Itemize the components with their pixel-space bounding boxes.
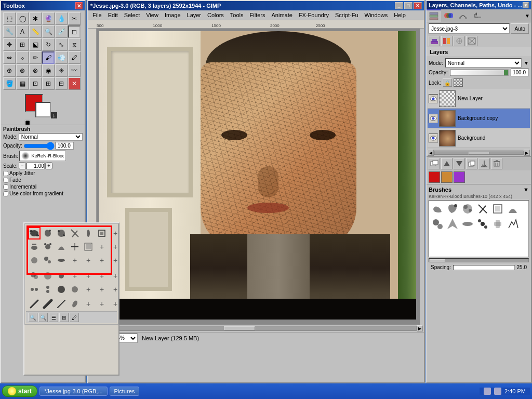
tool-bucket[interactable]: 🪣 xyxy=(3,77,16,90)
tool-measure[interactable]: 📏 xyxy=(29,25,42,38)
background-color[interactable] xyxy=(35,102,51,117)
opacity-slider-thumb[interactable] xyxy=(504,70,508,75)
brush-zoom-in[interactable]: 🔍 xyxy=(38,313,48,322)
brush-cell[interactable]: + xyxy=(82,254,95,267)
menu-select[interactable]: Select xyxy=(121,11,143,19)
tab-channels[interactable] xyxy=(441,9,456,22)
brushes-collapse-icon[interactable]: ▼ xyxy=(523,187,529,193)
layer-item-background-copy[interactable]: Background copy xyxy=(428,109,530,128)
close-button[interactable]: ✕ xyxy=(414,2,422,9)
tool-blur[interactable]: ◉ xyxy=(42,64,55,77)
brush-preview-cell[interactable] xyxy=(430,202,445,216)
scale-plus[interactable]: + xyxy=(45,162,52,169)
brush-zoom-out[interactable]: 🔍 xyxy=(28,313,37,322)
layers-scroll-track[interactable] xyxy=(434,151,524,155)
taskbar-pictures-item[interactable]: Pictures xyxy=(110,387,140,396)
visibility-icon-copy[interactable] xyxy=(429,114,438,123)
brush-cell[interactable]: + xyxy=(69,270,81,282)
duplicate-layer-button[interactable] xyxy=(466,158,477,169)
brush-cell[interactable] xyxy=(55,270,68,282)
use-color-checkbox[interactable] xyxy=(3,191,8,196)
orange-swatch[interactable] xyxy=(441,171,453,183)
brush-cell[interactable] xyxy=(55,241,68,253)
tool-scale[interactable]: ⤡ xyxy=(55,38,68,51)
tool-fuzzy-select[interactable]: 🔮 xyxy=(42,12,55,25)
tool-extra1[interactable]: ⊡ xyxy=(29,77,42,90)
brush-cell[interactable]: + xyxy=(82,283,95,296)
photo-canvas[interactable] xyxy=(97,29,420,325)
tool-ink[interactable]: 🖊 xyxy=(68,51,81,64)
brush-preview-cell[interactable] xyxy=(506,217,520,231)
layers-expand-button[interactable]: ▼ xyxy=(524,9,531,22)
tool-align[interactable]: ⊞ xyxy=(16,38,29,51)
scale-minus[interactable]: − xyxy=(19,162,26,169)
brush-cell[interactable] xyxy=(55,283,68,296)
swap-colors-icon[interactable]: ↕ xyxy=(51,112,57,118)
brush-cell[interactable]: + xyxy=(69,254,81,267)
brush-cell[interactable] xyxy=(42,283,54,296)
tool-color-pick[interactable]: 💉 xyxy=(55,25,68,38)
apply-jitter-checkbox[interactable] xyxy=(3,171,8,176)
brush-preview-cell[interactable] xyxy=(445,217,460,231)
delete-layer-button[interactable] xyxy=(491,158,502,169)
toolbox-close-button[interactable]: ✕ xyxy=(75,2,83,9)
tool-dodge[interactable]: ☀ xyxy=(55,64,68,77)
tool-scissors[interactable]: ✂ xyxy=(68,12,81,25)
brush-preview-cell[interactable] xyxy=(490,202,505,216)
layer-item-background[interactable]: Background xyxy=(428,128,530,148)
tool-zoom[interactable]: 🔍 xyxy=(42,25,55,38)
brush-preview-cell[interactable] xyxy=(430,217,445,231)
menu-animate[interactable]: Animate xyxy=(268,11,295,19)
brush-cell[interactable] xyxy=(42,241,54,253)
brush-cell[interactable] xyxy=(69,298,81,310)
tool-blend[interactable]: ▦ xyxy=(16,77,29,90)
tool-perspective-clone[interactable]: ⊗ xyxy=(29,64,42,77)
brushes-scrollbar[interactable] xyxy=(429,257,529,263)
tool-extra3[interactable]: ⊟ xyxy=(55,77,68,90)
brush-cell[interactable] xyxy=(42,254,54,267)
layer-mode-select[interactable]: Normal xyxy=(445,58,522,68)
brush-grid-view[interactable]: ⊞ xyxy=(59,313,69,322)
move-layer-up-button[interactable] xyxy=(441,158,453,169)
layers-menu-button[interactable]: ▼ xyxy=(523,2,529,8)
tool-move[interactable]: ✥ xyxy=(3,38,16,51)
brush-preview-cell[interactable] xyxy=(460,202,475,216)
menu-colors[interactable]: Colors xyxy=(204,11,227,19)
menu-scriptfu[interactable]: Script-Fu xyxy=(332,11,362,19)
taskbar-gimp-item[interactable]: *Jesse.jpg-3.0 (RGB,... xyxy=(39,387,108,396)
tool-text[interactable]: A xyxy=(16,25,29,38)
reset-colors-icon[interactable] xyxy=(25,120,30,125)
tab-paths[interactable] xyxy=(456,9,470,22)
brush-cell[interactable] xyxy=(69,227,81,240)
lock-pixels-button[interactable]: 🔒 xyxy=(443,78,452,87)
brush-preview-cell[interactable] xyxy=(506,202,520,216)
brush-cell[interactable] xyxy=(28,241,41,253)
menu-edit[interactable]: Edit xyxy=(105,11,121,19)
brush-cell[interactable] xyxy=(42,227,54,240)
tool-airbrush[interactable]: 💨 xyxy=(55,51,68,64)
layers-scroll-right[interactable]: ▶ xyxy=(524,150,530,156)
brush-cell[interactable]: + xyxy=(96,298,108,310)
layer-mask-icon[interactable] xyxy=(466,36,477,46)
brush-cell[interactable] xyxy=(28,254,41,267)
layer-color-icon[interactable] xyxy=(441,36,453,46)
layers-scroll-left[interactable]: ◀ xyxy=(428,150,434,156)
auto-button[interactable]: Auto xyxy=(511,23,529,34)
brush-cell[interactable]: + xyxy=(109,254,119,267)
scroll-right-button[interactable]: ▶ xyxy=(417,325,423,331)
brush-preview-cell[interactable] xyxy=(445,202,460,216)
visibility-icon-new[interactable] xyxy=(429,94,438,103)
purple-swatch[interactable] xyxy=(454,171,465,183)
paintbrush-mode-select[interactable]: Normal xyxy=(19,133,83,141)
visibility-icon-bg[interactable] xyxy=(429,134,438,143)
menu-view[interactable]: View xyxy=(143,11,162,19)
tool-ellipse-select[interactable]: ◯ xyxy=(16,12,29,25)
lock-alpha-button[interactable] xyxy=(454,78,463,87)
tab-undo[interactable] xyxy=(470,9,485,22)
brush-cell[interactable]: + xyxy=(109,241,119,253)
brush-cell[interactable] xyxy=(55,298,68,310)
brush-cell[interactable]: + xyxy=(109,283,119,296)
brush-cell[interactable] xyxy=(69,283,81,296)
menu-image[interactable]: Image xyxy=(162,11,184,19)
brush-preview-cell[interactable] xyxy=(490,217,505,231)
